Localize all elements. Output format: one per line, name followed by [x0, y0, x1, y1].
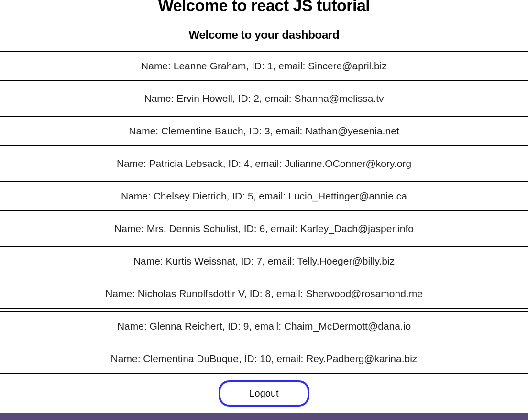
- user-name-label: Name:: [117, 158, 149, 169]
- user-name-value: Kurtis Weissnat: [166, 255, 236, 266]
- user-id-label: , ID:: [232, 93, 253, 104]
- user-name-value: Clementine Bauch: [161, 125, 243, 136]
- user-row: Name: Glenna Reichert, ID: 9, email: Cha…: [0, 311, 528, 341]
- user-email-value: Karley_Dach@jasper.info: [300, 223, 414, 234]
- user-id-value: 9: [243, 321, 249, 332]
- user-name-label: Name:: [144, 93, 176, 104]
- user-name-value: Glenna Reichert: [150, 321, 222, 332]
- user-email-label: , email:: [249, 321, 284, 332]
- user-name-value: Leanne Graham: [174, 60, 246, 71]
- user-email-value: Rey.Padberg@karina.biz: [306, 353, 417, 364]
- user-email-value: Sherwood@rosamond.me: [306, 288, 423, 299]
- dashboard-container: Welcome to react JS tutorial Welcome to …: [0, 0, 528, 407]
- user-email-label: , email:: [265, 223, 300, 234]
- user-row: Name: Nicholas Runolfsdottir V, ID: 8, e…: [0, 279, 528, 309]
- user-email-value: Sincere@april.biz: [308, 60, 387, 71]
- user-id-label: , ID:: [222, 321, 243, 332]
- user-name-value: Ervin Howell: [176, 93, 232, 104]
- user-id-value: 10: [260, 353, 271, 364]
- user-id-label: , ID:: [235, 255, 256, 266]
- user-name-value: Chelsey Dietrich: [154, 190, 227, 201]
- page-title: Welcome to react JS tutorial: [0, 0, 528, 15]
- user-row: Name: Ervin Howell, ID: 2, email: Shanna…: [0, 84, 528, 113]
- user-name-label: Name:: [133, 255, 166, 266]
- user-name-label: Name:: [129, 125, 161, 136]
- user-email-label: , email:: [262, 255, 297, 266]
- user-id-label: , ID:: [227, 190, 248, 201]
- user-email-value: Chaim_McDermott@dana.io: [284, 321, 411, 332]
- user-row: Name: Kurtis Weissnat, ID: 7, email: Tel…: [0, 246, 528, 276]
- user-name-value: Nicholas Runolfsdottir V: [138, 288, 244, 299]
- user-name-label: Name:: [105, 288, 138, 299]
- user-row: Name: Leanne Graham, ID: 1, email: Since…: [0, 51, 528, 81]
- user-id-label: , ID:: [246, 60, 267, 71]
- user-id-label: , ID:: [244, 288, 265, 299]
- user-email-value: Telly.Hoeger@billy.biz: [297, 255, 395, 266]
- user-id-value: 5: [248, 190, 253, 201]
- user-email-label: , email:: [271, 353, 307, 364]
- user-id-value: 2: [253, 93, 259, 104]
- user-id-value: 8: [265, 288, 271, 299]
- user-row: Name: Clementina DuBuque, ID: 10, email:…: [0, 344, 528, 374]
- user-id-value: 6: [259, 223, 265, 234]
- user-id-label: , ID:: [239, 353, 260, 364]
- user-id-value: 7: [256, 255, 262, 266]
- user-row: Name: Clementine Bauch, ID: 3, email: Na…: [0, 116, 528, 146]
- user-email-value: Nathan@yesenia.net: [305, 125, 399, 136]
- logout-button[interactable]: Logout: [219, 380, 309, 407]
- user-row: Name: Chelsey Dietrich, ID: 5, email: Lu…: [0, 181, 528, 211]
- user-name-value: Mrs. Dennis Schulist: [147, 223, 238, 234]
- dashboard-subtitle: Welcome to your dashboard: [0, 28, 528, 42]
- user-email-value: Lucio_Hettinger@annie.ca: [288, 190, 407, 201]
- user-name-value: Patricia Lebsack: [149, 158, 223, 169]
- user-email-value: Shanna@melissa.tv: [294, 93, 384, 104]
- user-name-value: Clementina DuBuque: [143, 353, 239, 364]
- user-id-label: , ID:: [223, 158, 244, 169]
- user-name-label: Name:: [121, 190, 154, 201]
- user-email-label: , email:: [259, 93, 295, 104]
- user-name-label: Name:: [117, 321, 150, 332]
- user-id-value: 4: [244, 158, 250, 169]
- user-email-label: , email:: [271, 288, 306, 299]
- user-email-label: , email:: [273, 60, 308, 71]
- footer-bar: [0, 413, 528, 420]
- logout-wrapper: Logout: [0, 380, 528, 407]
- user-email-label: , email:: [253, 190, 289, 201]
- user-name-label: Name:: [141, 60, 174, 71]
- user-id-value: 1: [267, 60, 273, 71]
- user-row: Name: Patricia Lebsack, ID: 4, email: Ju…: [0, 149, 528, 178]
- user-list: Name: Leanne Graham, ID: 1, email: Since…: [0, 51, 528, 374]
- user-row: Name: Mrs. Dennis Schulist, ID: 6, email…: [0, 214, 528, 243]
- user-id-value: 3: [264, 125, 270, 136]
- user-email-value: Julianne.OConner@kory.org: [285, 158, 411, 169]
- user-email-label: , email:: [250, 158, 285, 169]
- user-email-label: , email:: [270, 125, 306, 136]
- user-name-label: Name:: [111, 353, 143, 364]
- user-id-label: , ID:: [243, 125, 264, 136]
- user-name-label: Name:: [114, 223, 147, 234]
- user-id-label: , ID:: [238, 223, 259, 234]
